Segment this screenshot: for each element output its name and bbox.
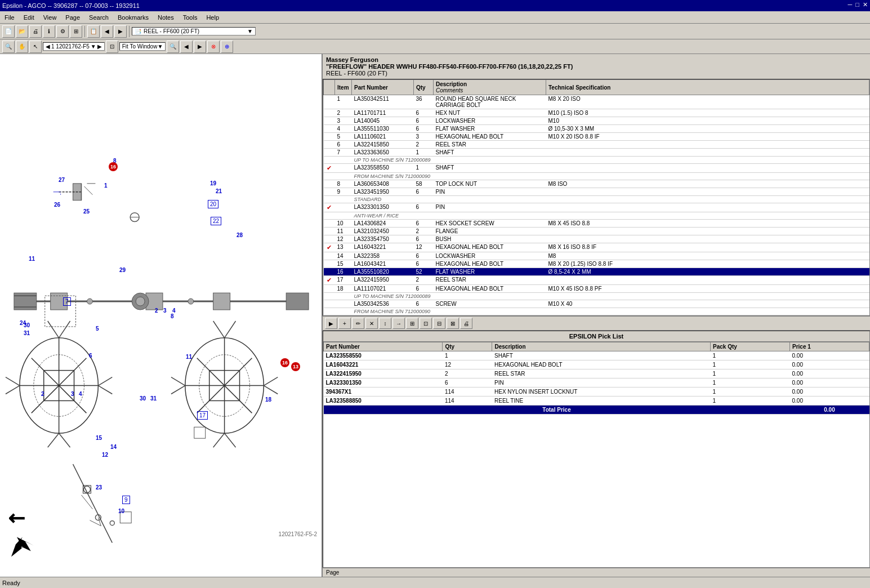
table-row[interactable]: 2 LA11701711 6 HEX NUT M10 (1.5) ISO 8 bbox=[324, 109, 869, 117]
table-row[interactable]: 6 LA322415850 2 REEL STAR bbox=[324, 141, 869, 149]
info-btn[interactable]: ℹ bbox=[43, 25, 55, 38]
row-part-number[interactable]: LA355510820 bbox=[352, 268, 414, 276]
delete-part-btn[interactable]: ✕ bbox=[365, 318, 378, 329]
row-part-number[interactable]: LA350342511 bbox=[352, 95, 414, 109]
table-row[interactable]: 7 LA323363650 1 SHAFT bbox=[324, 149, 869, 157]
red-circle-btn[interactable]: ⊗ bbox=[207, 41, 220, 53]
list1-btn[interactable]: ⊞ bbox=[406, 318, 418, 329]
row-item: 12 bbox=[335, 235, 352, 243]
menu-item-bookmarks[interactable]: Bookmarks bbox=[113, 13, 153, 22]
table-row[interactable]: 9 LA323451950 6 PIN bbox=[324, 188, 869, 196]
play-btn[interactable]: ▶ bbox=[325, 318, 337, 329]
row-part-number[interactable]: LA11701711 bbox=[352, 109, 414, 117]
table-row[interactable]: 15 LA16043421 6 HEXAGONAL HEAD BOLT M8 X… bbox=[324, 260, 869, 268]
table-row[interactable]: 11 LA321032450 2 FLANGE bbox=[324, 228, 869, 235]
table-row[interactable]: 3 LA140045 6 LOCKWASHER M10 bbox=[324, 117, 869, 125]
pick-list-item[interactable]: LA323558550 1 SHAFT 1 0.00 bbox=[324, 351, 869, 360]
row-part-number[interactable]: LA323301350 bbox=[352, 203, 414, 212]
table-row[interactable]: ✔ LA323558550 1 SHAFT bbox=[324, 164, 869, 173]
settings-btn[interactable]: ⚙ bbox=[56, 25, 69, 38]
svg-rect-22 bbox=[213, 293, 230, 310]
zoom-fit-btn[interactable]: ⊡ bbox=[106, 41, 118, 53]
sort-btn[interactable]: ↕ bbox=[379, 318, 391, 329]
open-btn[interactable]: 📂 bbox=[16, 25, 28, 38]
table-row[interactable]: 4 LA355511030 6 FLAT WASHER Ø 10,5-30 X … bbox=[324, 125, 869, 133]
menu-item-notes[interactable]: Notes bbox=[153, 13, 179, 22]
add-part-btn[interactable]: + bbox=[338, 318, 351, 329]
print-btn[interactable]: 🖨 bbox=[29, 25, 42, 38]
dropdown-selector[interactable]: 📑 REEL - FF600 (20 FT) ▼ bbox=[132, 27, 256, 35]
table-row[interactable]: 14 LA322358 6 LOCKWASHER M8 bbox=[324, 252, 869, 260]
zoom-out-btn[interactable]: 🔍 bbox=[2, 41, 15, 53]
table-subrow[interactable]: FROM MACHINE S/N 712000090 bbox=[324, 308, 869, 315]
pick-list-item[interactable]: LA322415950 2 REEL STAR 1 0.00 bbox=[324, 369, 869, 378]
list2-btn[interactable]: ⊡ bbox=[420, 318, 432, 329]
pick-list-item[interactable]: LA323588850 114 REEL TINE 1 0.00 bbox=[324, 397, 869, 406]
row-part-number[interactable]: LA323558550 bbox=[352, 164, 414, 173]
table-row[interactable]: 5 LA11106021 3 HEXAGONAL HEAD BOLT M10 X… bbox=[324, 133, 869, 141]
table-row[interactable]: ✔ LA323301350 6 PIN bbox=[324, 203, 869, 212]
table-row[interactable]: 16 LA355510820 52 FLAT WASHER Ø 8,5-24 X… bbox=[324, 268, 869, 276]
table-subrow[interactable]: UP TO MACHINE S/N 712000089 bbox=[324, 293, 869, 300]
add-btn[interactable]: ⊕ bbox=[221, 41, 233, 53]
table-row[interactable]: 1 LA350342511 36 ROUND HEAD SQUARE NECK … bbox=[324, 95, 869, 109]
table-row[interactable]: 18 LA11107021 6 HEXAGONAL HEAD BOLT M10 … bbox=[324, 285, 869, 293]
menu-item-file[interactable]: File bbox=[0, 13, 19, 22]
menu-item-edit[interactable]: Edit bbox=[19, 13, 39, 22]
next-btn[interactable]: ▶ bbox=[114, 25, 127, 38]
row-part-number[interactable]: LA11107021 bbox=[352, 285, 414, 293]
table-row[interactable]: 12 LA323354750 6 BUSH bbox=[324, 235, 869, 243]
menu-item-tools[interactable]: Tools bbox=[179, 13, 202, 22]
row-part-number[interactable]: LA16043221 bbox=[352, 243, 414, 252]
pick-list-item[interactable]: 394367X1 114 HEX NYLON INSERT LOCKNUT 1 … bbox=[324, 387, 869, 397]
row-part-number[interactable]: LA140045 bbox=[352, 117, 414, 125]
row-part-number[interactable]: LA14306824 bbox=[352, 220, 414, 228]
list4-btn[interactable]: ⊠ bbox=[447, 318, 459, 329]
print2-btn[interactable]: 🖨 bbox=[460, 318, 472, 329]
pl-pack-qty: 1 bbox=[711, 351, 790, 360]
row-part-number[interactable]: LA16043421 bbox=[352, 260, 414, 268]
table-subrow[interactable]: UP TO MACHINE S/N 712000089 bbox=[324, 157, 869, 164]
row-part-number[interactable]: LA360653408 bbox=[352, 180, 414, 188]
new-btn[interactable]: 📄 bbox=[2, 25, 15, 38]
arrow-btn[interactable]: → bbox=[392, 318, 405, 329]
row-part-number[interactable]: LA323451950 bbox=[352, 188, 414, 196]
grid-btn[interactable]: ⊞ bbox=[70, 25, 82, 38]
list3-btn[interactable]: ⊟ bbox=[433, 318, 445, 329]
prev-btn[interactable]: ◀ bbox=[101, 25, 113, 38]
row-part-number[interactable]: LA322415950 bbox=[352, 276, 414, 285]
select-btn[interactable]: ↖ bbox=[29, 41, 42, 53]
row-part-number[interactable]: LA322415850 bbox=[352, 141, 414, 149]
table-row[interactable]: ✔ 13 LA16043221 12 HEXAGONAL HEAD BOLT M… bbox=[324, 243, 869, 252]
row-part-number[interactable]: LA11106021 bbox=[352, 133, 414, 141]
row-part-number[interactable]: LA323363650 bbox=[352, 149, 414, 157]
table-row[interactable]: 10 LA14306824 6 HEX SOCKET SCREW M8 X 45… bbox=[324, 220, 869, 228]
row-part-number[interactable]: LA355511030 bbox=[352, 125, 414, 133]
brand-name: Massey Ferguson bbox=[326, 56, 867, 63]
menu-item-view[interactable]: View bbox=[39, 13, 61, 22]
window-controls[interactable]: ─ □ ✕ bbox=[846, 1, 868, 8]
edit-part-btn[interactable]: ✏ bbox=[352, 318, 364, 329]
menu-item-page[interactable]: Page bbox=[61, 13, 84, 22]
menu-item-search[interactable]: Search bbox=[84, 13, 113, 22]
table-row[interactable]: LA350342536 6 SCREW M10 X 40 bbox=[324, 300, 869, 308]
table-subrow[interactable]: FROM MACHINE S/N 712000090 bbox=[324, 173, 869, 180]
zoom-in-btn[interactable]: 🔍 bbox=[167, 41, 179, 53]
next-diagram-btn[interactable]: ▶ bbox=[194, 41, 206, 53]
row-part-number[interactable]: LA350342536 bbox=[352, 300, 414, 308]
pick-list-item[interactable]: LA323301350 6 PIN 1 0.00 bbox=[324, 378, 869, 387]
table-subrow[interactable]: STANDARD bbox=[324, 196, 869, 203]
table-row[interactable]: 8 LA360653408 58 TOP LOCK NUT M8 ISO bbox=[324, 180, 869, 188]
prev-diagram-btn[interactable]: ◀ bbox=[180, 41, 193, 53]
page-btn[interactable]: 📋 bbox=[87, 25, 100, 38]
pick-list-item[interactable]: LA16043221 12 HEXAGONAL HEAD BOLT 1 0.00 bbox=[324, 360, 869, 369]
hand-btn[interactable]: ✋ bbox=[16, 41, 28, 53]
table-row[interactable]: ✔ 17 LA322415950 2 REEL STAR bbox=[324, 276, 869, 285]
fit-window-dropdown[interactable]: Fit To Window ▼ bbox=[119, 42, 166, 51]
menu-item-help[interactable]: Help bbox=[202, 13, 224, 22]
row-part-number[interactable]: LA322358 bbox=[352, 252, 414, 260]
row-part-number[interactable]: LA321032450 bbox=[352, 228, 414, 235]
row-part-number[interactable]: LA323354750 bbox=[352, 235, 414, 243]
parts-table-container[interactable]: Item Part Number Qty DescriptionComments… bbox=[323, 79, 870, 316]
table-subrow[interactable]: ANTI-WEAR / RICE bbox=[324, 212, 869, 220]
